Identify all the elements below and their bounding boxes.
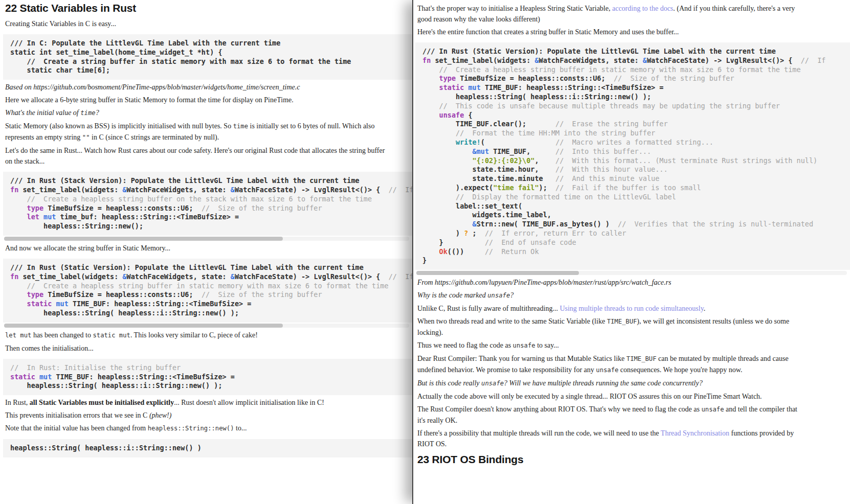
code-token: &mut <box>473 147 489 155</box>
code-token: set_time_label(widgets: <box>18 186 122 194</box>
code-token: mut <box>43 213 56 221</box>
text-segment: static mut <box>93 332 130 339</box>
code-token <box>422 83 439 91</box>
text-segment: Actually the code above will only be exe… <box>417 393 762 400</box>
horizontal-scrollbar[interactable] <box>4 237 409 241</box>
paragraph-actually: Actually the code above will only be exe… <box>415 391 798 402</box>
text-segment: Creating Static Variables in C is easy..… <box>5 20 116 28</box>
code-line: /// In C: Populate the LittlevGL Time La… <box>10 39 412 48</box>
code-token: ).expect( <box>422 184 493 192</box>
code-token: // Size of the string buffer <box>614 74 734 82</box>
code-token: "{:02}:{:02}\0" <box>473 156 535 165</box>
code-line: // Create a heapless string buffer in st… <box>422 65 850 75</box>
code-token: // With this format... (Must terminate R… <box>555 156 817 165</box>
code-token: heapless::String::new(); <box>10 222 143 230</box>
code-token: & <box>122 272 126 281</box>
code-token: // If <box>801 56 826 64</box>
code-token: type <box>27 204 44 212</box>
code-token: & <box>231 186 235 194</box>
text-segment: Let's do the same in Rust... Watch how R… <box>5 147 385 165</box>
code-token: mut <box>39 373 52 381</box>
code-token: // This code is unsafe because multiple … <box>422 102 780 110</box>
code-line: ).expect("time fail"); // Fail if the bu… <box>422 184 850 193</box>
text-segment: Static Memory (also known as BSS) is imp… <box>5 122 233 130</box>
code-token: TimeBufSize = heapless::consts::U6; <box>43 290 202 299</box>
text-segment: unsafe <box>702 406 724 413</box>
code-block-value: heapless::String( heapless::i::String::n… <box>3 439 412 457</box>
horizontal-scrollbar[interactable] <box>416 271 847 275</box>
inline-link[interactable]: according to the docs <box>612 5 673 12</box>
code-token: heapless::String( heapless::i::String::n… <box>10 381 222 390</box>
text-segment: time <box>80 109 95 117</box>
code-token: // Erase the string buffer <box>555 120 667 128</box>
text-segment: But is this code really <box>417 379 481 387</box>
code-token: // Create a heapless string buffer on th… <box>10 195 372 203</box>
code-token: TimeBufSize = heapless::consts::U6; <box>456 74 614 82</box>
code-token: // Fail if the buffer is too small <box>555 184 701 192</box>
code-line: ) ? ; // If error, return Err to caller <box>422 229 850 238</box>
code-line: // Create a heapless string buffer on th… <box>10 195 412 204</box>
code-line: static mut TIME_BUF: heapless::String::<… <box>10 373 412 382</box>
code-block-full-function: /// In Rust (Static Version): Populate t… <box>415 42 850 270</box>
code-token: mut <box>56 300 68 308</box>
code-token: static <box>10 373 35 381</box>
code-token: label::set_text( <box>422 202 522 210</box>
text-segment: to say... <box>535 341 559 349</box>
text-segment: That's the proper way to initialise a He… <box>417 5 612 12</box>
code-line: TIME_BUF.clear(); // Erase the string bu… <box>422 120 850 129</box>
code-token: write! <box>456 138 481 146</box>
inline-link[interactable]: Thread Synchronisation <box>661 429 729 437</box>
text-segment: Thus we need to flag the code as <box>417 341 513 349</box>
code-token: fn <box>10 186 18 194</box>
paragraph-source: Based on https://github.com/bosmoment/Pi… <box>3 82 386 93</box>
paragraph-really-unsafe: But is this code really unsafe? Will we … <box>415 378 798 389</box>
code-token <box>422 147 473 155</box>
code-token <box>422 247 439 256</box>
code-line: heapless::String::new(); <box>10 222 412 231</box>
text-segment: unsafe <box>481 380 504 387</box>
code-line: type TimeBufSize = heapless::consts::U6;… <box>422 74 850 83</box>
paragraph-here: Here we allocate a 6-byte string buffer … <box>3 95 386 105</box>
text-segment: all Static Variables must be initialised… <box>30 399 174 406</box>
blockquote-dear-compiler: Dear Rust Compiler: Thank you for warnin… <box>415 353 798 376</box>
text-segment: ? <box>96 109 99 117</box>
code-line: let mut time_buf: heapless::String::<Tim… <box>10 213 412 222</box>
scrollbar-thumb[interactable] <box>416 271 579 275</box>
code-line: // Create a string buffer in static memo… <box>10 57 412 66</box>
text-segment: What's the initial value of <box>5 109 80 117</box>
code-line: heapless::String( heapless::i::String::n… <box>422 93 850 102</box>
inline-link[interactable]: Using multiple threads to run code simul… <box>560 305 703 312</box>
code-line: state.time.hour, // With this hour value… <box>422 165 850 174</box>
text-segment: (phew!) <box>149 411 172 419</box>
code-token: Ok <box>439 247 448 256</box>
code-token: /// In Rust (Static Version): Populate t… <box>422 47 776 55</box>
text-segment: Then comes the initialisation... <box>5 345 94 352</box>
code-line: // Create a heapless string buffer in st… <box>10 282 412 291</box>
code-token: WatchFaceState) -> LvglResult<()> { <box>647 56 801 64</box>
code-token: (()) <box>448 247 485 256</box>
code-token: WatchFaceState) -> LvglResult<()> { <box>235 272 389 281</box>
code-line: heapless::String( heapless::i::String::n… <box>10 381 412 391</box>
code-token: heapless::String( heapless::i::String::n… <box>422 93 651 101</box>
code-token: heapless::String( heapless::i::String::n… <box>10 444 202 452</box>
code-line: widgets.time_label, <box>422 211 850 220</box>
code-token: unsafe <box>439 111 464 119</box>
horizontal-scrollbar[interactable] <box>4 324 409 328</box>
text-segment: Based on https://github.com/bosmoment/Pi… <box>5 83 300 91</box>
text-segment: time <box>233 123 248 130</box>
scrollbar-thumb[interactable] <box>4 237 283 241</box>
code-token: ); <box>539 184 556 192</box>
code-token: static <box>27 300 52 308</box>
code-token: // If <box>389 272 412 281</box>
code-token: /// In C: Populate the LittlevGL Time La… <box>10 39 280 47</box>
code-line: type TimeBufSize = heapless::consts::U6;… <box>10 204 412 213</box>
paragraph-note: Note that the initial value has been cha… <box>3 423 386 434</box>
code-token: // With this hour value... <box>555 165 667 173</box>
code-token: fn <box>422 56 431 64</box>
code-block-rust-stack: /// In Rust (Stack Version): Populate th… <box>3 172 412 236</box>
text-segment: unsafe <box>513 342 535 349</box>
text-segment: Why is the code marked <box>417 291 487 299</box>
code-token: // Create a heapless string buffer in st… <box>10 282 389 290</box>
code-token: static char time[6]; <box>10 66 110 74</box>
scrollbar-thumb[interactable] <box>4 324 283 328</box>
